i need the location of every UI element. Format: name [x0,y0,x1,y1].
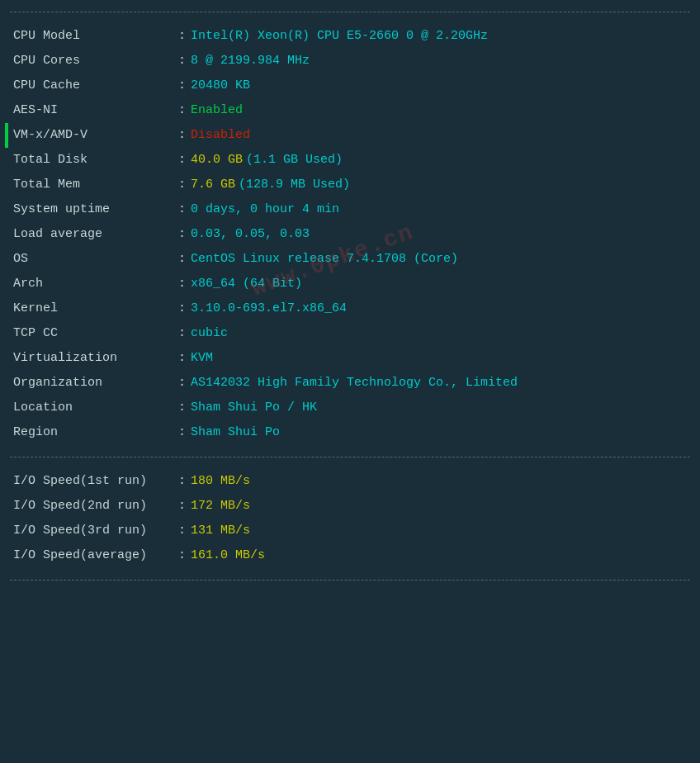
colon-cpu-model: : [178,26,186,46]
value-arch: x86_64 (64 Bit) [191,274,302,294]
value-total-mem-secondary: (128.9 MB Used) [239,175,350,195]
value-system-uptime: 0 days, 0 hour 4 min [191,200,339,220]
label-arch: Arch [13,274,178,294]
row-io-2nd: I/O Speed(2nd run) : 172 MB/s [13,494,687,519]
main-container: CPU Model : Intel(R) Xeon(R) CPU E5-2660… [0,0,700,592]
value-organization: AS142032 High Family Technology Co., Lim… [191,373,518,393]
label-cpu-model: CPU Model [13,26,178,46]
label-virtualization: Virtualization [13,348,178,368]
row-kernel: Kernel : 3.10.0-693.el7.x86_64 [13,296,687,321]
row-io-3rd: I/O Speed(3rd run) : 131 MB/s [13,519,687,543]
label-os: OS [13,249,178,269]
value-os: CentOS Linux release 7.4.1708 (Core) [191,249,458,269]
row-vmx-amdv: VM-x/AMD-V : Disabled [13,123,687,148]
label-aes-ni: AES-NI [13,101,178,121]
value-io-avg: 161.0 MB/s [191,546,265,566]
colon-io-1st: : [178,472,186,491]
value-cpu-cores: 8 @ 2199.984 MHz [191,51,310,71]
label-load-average: Load average [13,225,178,244]
row-cpu-cache: CPU Cache : 20480 KB [13,73,687,98]
label-tcp-cc: TCP CC [13,324,178,344]
top-divider [10,12,690,12]
value-aes-ni: Enabled [191,101,243,121]
row-tcp-cc: TCP CC : cubic [13,321,687,346]
value-tcp-cc: cubic [191,324,228,344]
colon-virtualization: : [178,348,186,368]
colon-tcp-cc: : [178,324,186,344]
row-region: Region : Sham Shui Po [13,420,687,445]
label-cpu-cache: CPU Cache [13,76,178,96]
row-load-average: Load average : 0.03, 0.05, 0.03 [13,222,687,247]
colon-cpu-cores: : [178,51,186,71]
value-cpu-model: Intel(R) Xeon(R) CPU E5-2660 0 @ 2.20GHz [191,26,488,46]
row-total-disk: Total Disk : 40.0 GB (1.1 GB Used) [13,148,687,173]
colon-aes-ni: : [178,101,186,121]
colon-io-2nd: : [178,496,186,516]
row-io-avg: I/O Speed(average) : 161.0 MB/s [13,543,687,568]
value-io-3rd: 131 MB/s [191,521,250,541]
label-system-uptime: System uptime [13,200,178,220]
value-total-mem-primary: 7.6 GB [191,175,235,195]
label-io-2nd: I/O Speed(2nd run) [13,496,178,516]
value-kernel: 3.10.0-693.el7.x86_64 [191,299,347,319]
io-section: I/O Speed(1st run) : 180 MB/s I/O Speed(… [10,462,690,575]
value-virtualization: KVM [191,348,213,368]
label-organization: Organization [13,373,178,393]
system-section: CPU Model : Intel(R) Xeon(R) CPU E5-2660… [10,17,690,452]
colon-system-uptime: : [178,200,186,220]
value-total-disk-primary: 40.0 GB [191,150,243,170]
colon-vmx-amdv: : [178,126,186,145]
colon-total-disk: : [178,150,186,170]
row-os: OS : CentOS Linux release 7.4.1708 (Core… [13,247,687,272]
label-total-mem: Total Mem [13,175,178,195]
colon-organization: : [178,373,186,393]
row-io-1st: I/O Speed(1st run) : 180 MB/s [13,469,687,494]
row-arch: Arch : x86_64 (64 Bit) [13,272,687,296]
colon-kernel: : [178,299,186,319]
colon-total-mem: : [178,175,186,195]
colon-io-avg: : [178,546,186,566]
value-load-average: 0.03, 0.05, 0.03 [191,225,310,244]
row-location: Location : Sham Shui Po / HK [13,396,687,420]
row-cpu-cores: CPU Cores : 8 @ 2199.984 MHz [13,49,687,73]
label-region: Region [13,423,178,443]
row-cpu-model: CPU Model : Intel(R) Xeon(R) CPU E5-2660… [13,24,687,49]
colon-location: : [178,398,186,418]
row-total-mem: Total Mem : 7.6 GB (128.9 MB Used) [13,173,687,197]
value-region: Sham Shui Po [191,423,280,443]
value-cpu-cache: 20480 KB [191,76,250,96]
label-io-1st: I/O Speed(1st run) [13,472,178,491]
label-total-disk: Total Disk [13,150,178,170]
value-total-disk-secondary: (1.1 GB Used) [246,150,343,170]
value-vmx-amdv: Disabled [191,126,250,145]
colon-io-3rd: : [178,521,186,541]
colon-os: : [178,249,186,269]
row-system-uptime: System uptime : 0 days, 0 hour 4 min [13,197,687,222]
label-location: Location [13,398,178,418]
label-io-avg: I/O Speed(average) [13,546,178,566]
colon-region: : [178,423,186,443]
label-cpu-cores: CPU Cores [13,51,178,71]
colon-arch: : [178,274,186,294]
colon-cpu-cache: : [178,76,186,96]
middle-divider [10,457,690,457]
label-vmx-amdv: VM-x/AMD-V [13,126,178,145]
value-io-2nd: 172 MB/s [191,496,250,516]
bottom-divider [10,580,690,581]
value-location: Sham Shui Po / HK [191,398,317,418]
row-organization: Organization : AS142032 High Family Tech… [13,371,687,396]
label-kernel: Kernel [13,299,178,319]
colon-load-average: : [178,225,186,244]
label-io-3rd: I/O Speed(3rd run) [13,521,178,541]
row-aes-ni: AES-NI : Enabled [13,98,687,123]
value-io-1st: 180 MB/s [191,472,250,491]
row-virtualization: Virtualization : KVM [13,346,687,371]
